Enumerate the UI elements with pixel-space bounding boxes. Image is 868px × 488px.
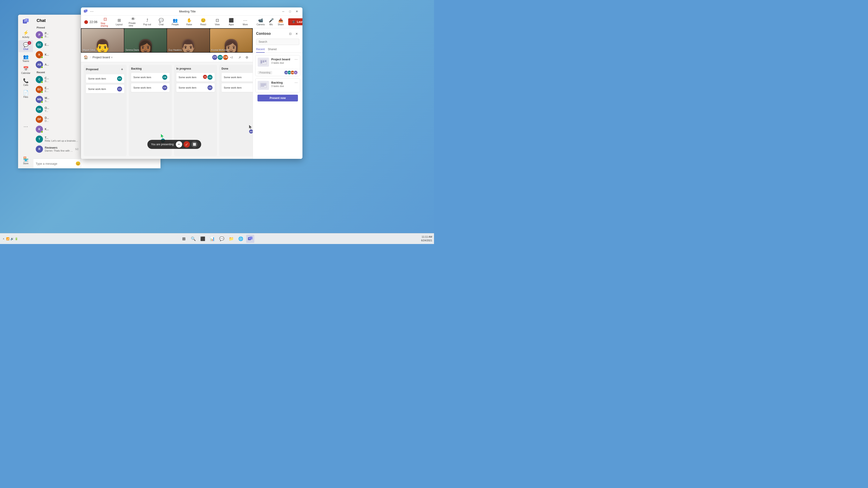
recent-item-3[interactable]: MB M... S... bbox=[33, 94, 81, 104]
contoso-content: Project board 3 tasks due ⋯ Presenting C… bbox=[253, 53, 303, 159]
store-icon: 🏪 bbox=[23, 156, 29, 162]
nav-item-calls[interactable]: 📞 Calls bbox=[19, 76, 33, 88]
card-backlog-1[interactable]: Some work item CB bbox=[131, 73, 169, 82]
svg-text:T: T bbox=[85, 10, 86, 12]
tool-marker[interactable]: 🖊 bbox=[184, 141, 190, 148]
chat-button[interactable]: 💬 Chat bbox=[154, 17, 168, 27]
share-view-icon[interactable]: ↗ bbox=[237, 54, 243, 61]
recent-item-1[interactable]: C C... B... bbox=[33, 74, 81, 85]
recent-item-7[interactable]: T T... Reta: Let's set up a brainstorm s… bbox=[33, 134, 81, 144]
column-proposed: Proposed + Some work item CS Some work i… bbox=[84, 65, 127, 156]
video-thumb-guy: 👨🏽 Guy Hawkins bbox=[167, 29, 210, 52]
card-backlog-2[interactable]: Some work item CS bbox=[131, 84, 169, 92]
view-button[interactable]: ⊡ View bbox=[211, 17, 224, 27]
contoso-close-button[interactable]: ✕ bbox=[294, 31, 299, 36]
nav-item-chat[interactable]: 1 💬 Chat bbox=[19, 40, 33, 52]
nav-item-teams[interactable]: 👥 Teams bbox=[19, 52, 33, 64]
board-settings-icon[interactable]: ⚙ bbox=[244, 54, 250, 61]
board-title-area[interactable]: Project board ∨ bbox=[92, 56, 112, 59]
teams-taskbar-button[interactable]: T bbox=[246, 235, 254, 243]
contoso-tab-recent[interactable]: Recent bbox=[256, 46, 265, 53]
card-avatar-4: CS bbox=[162, 85, 167, 90]
recent-item-reviewers[interactable]: R Reviewers Darren: Thats fine with me 5… bbox=[33, 144, 81, 154]
column-header-backlog: Backlog bbox=[131, 67, 169, 70]
system-tray-chevron[interactable]: ∧ bbox=[2, 236, 5, 241]
file-explorer-button[interactable]: 📁 bbox=[227, 235, 235, 243]
contoso-search-input[interactable] bbox=[256, 39, 299, 45]
pinned-item-3[interactable]: K K... bbox=[33, 50, 81, 60]
react-button[interactable]: 😊 React bbox=[196, 17, 210, 27]
card-done-2[interactable]: Some work item CS bbox=[221, 84, 253, 92]
recording-icon: ⬤ bbox=[84, 20, 88, 24]
activity-label: Activity bbox=[22, 36, 29, 38]
person-name-serena: Serena Davis bbox=[126, 49, 139, 51]
contoso-popout-button[interactable]: ⊡ bbox=[287, 31, 293, 36]
more-options-icon[interactable]: ⋯ bbox=[90, 9, 94, 13]
chat-taskbar-button[interactable]: 💬 bbox=[218, 235, 226, 243]
card-inprogress-1[interactable]: Some work item CB CS bbox=[176, 73, 215, 82]
contoso-tab-shared[interactable]: Shared bbox=[268, 46, 277, 53]
recent-item-5[interactable]: DF D... D... bbox=[33, 114, 81, 124]
maximize-button[interactable]: □ bbox=[287, 8, 293, 14]
emoji-button[interactable]: 😊 bbox=[75, 161, 81, 166]
pinned-item-2[interactable]: EC E... bbox=[33, 40, 81, 50]
person-name-guy: Guy Hawkins bbox=[168, 49, 182, 51]
recent-item-2[interactable]: EC E... E... bbox=[33, 85, 81, 94]
card-more-2[interactable]: ⋯ bbox=[294, 81, 298, 85]
camera-button[interactable]: 📹 Camera bbox=[255, 17, 267, 27]
tool-eraser[interactable]: ⬜ bbox=[191, 141, 197, 148]
apps-button[interactable]: ⬛ Apps bbox=[224, 17, 238, 27]
nav-item-files[interactable]: 📄 Files bbox=[19, 88, 33, 100]
card-proposed-1[interactable]: Some work item CS bbox=[86, 74, 124, 83]
present-now-button[interactable]: Present now bbox=[257, 95, 298, 101]
browser-button[interactable]: 🌐 bbox=[237, 235, 245, 243]
online-indicator bbox=[41, 91, 43, 93]
share-button[interactable]: 📤 Share bbox=[276, 17, 286, 27]
pinned-item-4[interactable]: AB A... bbox=[33, 60, 81, 70]
message-input[interactable] bbox=[36, 162, 74, 165]
more-button[interactable]: ⋯ More bbox=[239, 17, 252, 27]
leave-button[interactable]: 📵 Leave bbox=[288, 18, 303, 25]
card-proposed-2[interactable]: Some work item CS bbox=[86, 85, 124, 93]
search-taskbar-button[interactable]: 🔍 bbox=[189, 235, 197, 243]
nav-item-more[interactable]: ⋯ bbox=[19, 122, 33, 131]
recent-section-label: Recent bbox=[33, 70, 81, 74]
card-avatar-3: CB bbox=[162, 75, 167, 80]
widgets-button[interactable]: 📊 bbox=[208, 235, 216, 243]
raise-label: Raise bbox=[186, 23, 192, 26]
add-proposed-button[interactable]: + bbox=[120, 67, 124, 72]
meeting-content: 👨 Miguel Silva 👩🏾 Serena Davis bbox=[81, 28, 303, 159]
recent-info-1: C... B... bbox=[45, 76, 79, 83]
task-view-button[interactable]: ⬛ bbox=[199, 235, 207, 243]
mic-button[interactable]: 🎤 Mic bbox=[267, 17, 276, 27]
window-titlebar: T ⋯ Meeting Title ─ □ ✕ bbox=[81, 7, 303, 15]
close-button[interactable]: ✕ bbox=[294, 8, 300, 14]
private-view-button[interactable]: 👁 Private view bbox=[126, 16, 140, 28]
nav-item-calendar[interactable]: 📅 Calendar bbox=[19, 64, 33, 76]
card-more-1[interactable]: ⋯ bbox=[294, 58, 298, 61]
nav-item-store[interactable]: 🏪 Store bbox=[19, 155, 33, 166]
minimize-button[interactable]: ─ bbox=[280, 8, 286, 14]
start-button[interactable]: ⊞ bbox=[180, 235, 188, 243]
apps-label: Apps bbox=[229, 23, 234, 26]
card-info-2: Backlog 3 tasks due bbox=[271, 81, 292, 88]
people-button[interactable]: 👥 People bbox=[168, 17, 182, 27]
recent-item-6[interactable]: K K... bbox=[33, 124, 81, 134]
recent-item-4[interactable]: OK O... Y... bbox=[33, 104, 81, 114]
raise-button[interactable]: ✋ Raise bbox=[182, 17, 196, 27]
pop-out-button[interactable]: ⤴ Pop out bbox=[141, 17, 154, 27]
mic-label: Mic bbox=[270, 23, 273, 26]
card-thumb-1 bbox=[258, 58, 269, 67]
card-avatars-1: CB CS bbox=[203, 75, 213, 80]
timer-value: 22:06 bbox=[90, 20, 97, 24]
pinned-item-1[interactable]: P P... B... bbox=[33, 30, 81, 40]
layout-label: Layout bbox=[116, 23, 123, 26]
layout-button[interactable]: ⊞ Layout bbox=[112, 17, 126, 27]
card-done-1[interactable]: Some work item CB bbox=[221, 73, 253, 82]
stop-sharing-button[interactable]: ⊡ Stop sharing bbox=[98, 16, 112, 28]
card-inprogress-2[interactable]: Some work item CS bbox=[176, 84, 215, 92]
nav-item-activity[interactable]: ⚡ Activity bbox=[19, 28, 33, 40]
tool-pen[interactable]: ✏ bbox=[176, 141, 182, 148]
home-icon[interactable]: 🏠 bbox=[84, 55, 88, 59]
files-label: Files bbox=[23, 96, 28, 98]
